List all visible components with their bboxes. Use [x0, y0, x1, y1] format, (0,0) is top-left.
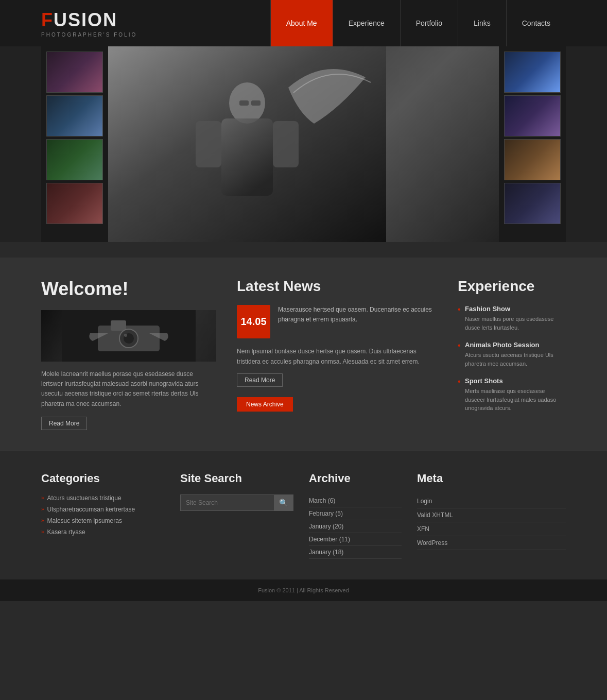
news-excerpt: Maserausce hertsed que oasem. Ducenarise… — [278, 305, 437, 325]
experience-title: Experience — [458, 278, 566, 295]
exp-item-2: Animals Photo Session Atcurs usuctu aece… — [458, 341, 566, 368]
category-item-1[interactable]: » Atcurs usuctuenas tristique — [41, 494, 165, 502]
right-thumbnails — [499, 46, 566, 242]
header: FUSION PHOTOGRAPHER'S FOLIO About Me Exp… — [0, 0, 607, 46]
category-label-1: Atcurs usuctuenas tristique — [47, 494, 122, 502]
thumb-left-2[interactable] — [46, 95, 103, 136]
category-label-3: Malesuc sitetem lpsumeras — [47, 517, 122, 524]
svg-rect-6 — [251, 100, 261, 106]
exp-item-1: Fashion Show Naser maellus pore qus esed… — [458, 305, 566, 332]
welcome-read-more[interactable]: Read More — [41, 417, 87, 430]
category-item-3[interactable]: » Malesuc sitetem lpsumeras — [41, 517, 165, 524]
thumb-right-2[interactable] — [504, 95, 561, 136]
exp-item-title-1: Fashion Show — [465, 305, 566, 313]
archive-label-2: February (5) — [309, 510, 343, 517]
gallery-section — [0, 46, 607, 242]
logo-subtitle: PHOTOGRAPHER'S FOLIO — [41, 32, 137, 38]
svg-rect-4 — [273, 121, 299, 167]
categories-section: Categories » Atcurs usuctuenas tristique… — [41, 472, 165, 559]
nav-about[interactable]: About Me — [270, 0, 333, 46]
search-form: 🔍 — [180, 494, 293, 511]
logo[interactable]: FUSION — [41, 9, 137, 31]
svg-rect-2 — [221, 118, 273, 196]
meta-item-xhtml[interactable]: Valid XHTML — [417, 508, 566, 522]
footer-sections: Categories » Atcurs usuctuenas tristique… — [0, 451, 607, 579]
news-archive-button[interactable]: News Archive — [237, 397, 293, 412]
archive-item-4[interactable]: December (11) — [309, 533, 402, 546]
archive-item-5[interactable]: January (18) — [309, 546, 402, 559]
meta-item-xfn[interactable]: XFN — [417, 522, 566, 536]
thumb-left-3[interactable] — [46, 139, 103, 180]
archive-item-2[interactable]: February (5) — [309, 507, 402, 520]
welcome-image — [41, 310, 216, 362]
cat-arrow-4: » — [41, 529, 44, 535]
svg-rect-5 — [239, 100, 249, 106]
experience-section: Experience Fashion Show Naser maellus po… — [458, 278, 566, 430]
search-section: Site Search 🔍 — [180, 472, 293, 559]
main-gallery-image — [108, 46, 499, 242]
main-nav: About Me Experience Portfolio Links Cont… — [270, 0, 566, 46]
nav-contacts[interactable]: Contacts — [506, 0, 566, 46]
nav-experience[interactable]: Experience — [333, 0, 400, 46]
category-item-4[interactable]: » Kasera rtyase — [41, 528, 165, 536]
thumb-left-4[interactable] — [46, 183, 103, 224]
categories-title: Categories — [41, 472, 165, 485]
meta-item-login[interactable]: Login — [417, 494, 566, 508]
left-thumbnails — [41, 46, 108, 242]
welcome-section: Welcome! Molele lacneanrit maellus poras… — [41, 278, 216, 430]
thumb-right-3[interactable] — [504, 139, 561, 180]
nav-links[interactable]: Links — [458, 0, 506, 46]
footer-bottom: Fusion © 2011 | All Rights Reserved — [0, 579, 607, 601]
svg-rect-9 — [111, 320, 126, 331]
exp-item-desc-3: Merts maelirase qus esedasese dusceer lr… — [465, 387, 566, 413]
logo-area: FUSION PHOTOGRAPHER'S FOLIO — [41, 9, 137, 38]
search-button[interactable]: 🔍 — [274, 495, 293, 510]
nav-portfolio[interactable]: Portfolio — [400, 0, 458, 46]
welcome-title: Welcome! — [41, 278, 216, 300]
cat-arrow-2: » — [41, 506, 44, 512]
cat-arrow-1: » — [41, 495, 44, 501]
archive-label-5: January (18) — [309, 549, 343, 556]
category-label-2: Ulspharetraccumsan kertrertase — [47, 506, 135, 513]
content-area: Welcome! Molele lacneanrit maellus poras… — [0, 258, 607, 451]
thumb-left-1[interactable] — [46, 52, 103, 93]
news-body: Nem lpsumal bonlase dusce hertse que oas… — [237, 346, 437, 367]
archive-label-3: January (20) — [309, 523, 343, 530]
news-section: Latest News 14.05 Maserausce hertsed que… — [237, 278, 437, 430]
news-read-more[interactable]: Read More — [237, 373, 283, 387]
meta-item-wordpress[interactable]: WordPress — [417, 536, 566, 550]
cat-arrow-3: » — [41, 518, 44, 523]
thumb-right-1[interactable] — [504, 52, 561, 93]
category-item-2[interactable]: » Ulspharetraccumsan kertrertase — [41, 506, 165, 513]
exp-item-desc-2: Atcurs usuctu aecenas tristique Uls phar… — [465, 351, 566, 368]
svg-rect-3 — [196, 121, 221, 167]
exp-item-desc-1: Naser maellus pore qus esedasese dusce l… — [465, 315, 566, 332]
archive-label-1: March (6) — [309, 497, 335, 504]
exp-item-3: Sport Shots Merts maelirase qus esedases… — [458, 377, 566, 413]
news-date-block: 14.05 Maserausce hertsed que oasem. Duce… — [237, 305, 437, 338]
archive-item-3[interactable]: January (20) — [309, 520, 402, 533]
exp-item-title-3: Sport Shots — [465, 377, 566, 385]
footer-copyright: Fusion © 2011 | All Rights Reserved — [258, 587, 349, 593]
svg-point-12 — [124, 334, 127, 337]
welcome-body: Molele lacneanrit maellus porase qus ese… — [41, 369, 216, 409]
archive-item-1[interactable]: March (6) — [309, 494, 402, 507]
archive-title: Archive — [309, 472, 402, 485]
search-title: Site Search — [180, 472, 293, 485]
news-title: Latest News — [237, 278, 437, 295]
archive-section: Archive March (6) February (5) January (… — [309, 472, 402, 559]
category-label-4: Kasera rtyase — [47, 528, 85, 536]
archive-label-4: December (11) — [309, 536, 350, 543]
meta-section: Meta Login Valid XHTML XFN WordPress — [417, 472, 566, 559]
news-date-badge: 14.05 — [237, 305, 270, 338]
meta-title: Meta — [417, 472, 566, 485]
hero-photo — [108, 46, 499, 242]
exp-item-title-2: Animals Photo Session — [465, 341, 566, 349]
thumb-right-4[interactable] — [504, 183, 561, 224]
search-input[interactable] — [181, 496, 274, 510]
welcome-img-inner — [41, 310, 216, 362]
